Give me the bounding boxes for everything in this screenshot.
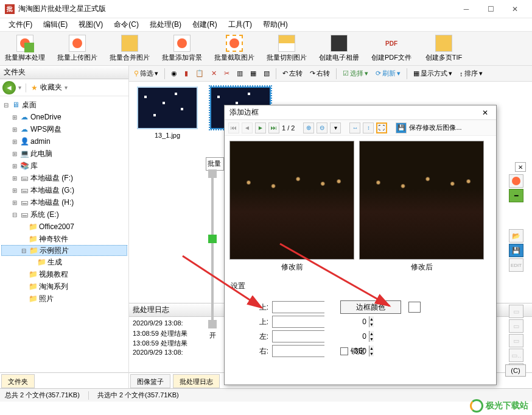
menu-command[interactable]: 命令(C) bbox=[109, 18, 144, 31]
tree-node[interactable]: ⊟🖥桌面 bbox=[1, 99, 127, 111]
left-input-field[interactable] bbox=[273, 331, 369, 342]
menu-edit[interactable]: 编辑(E) bbox=[38, 18, 72, 31]
left-input[interactable]: ▲▼ bbox=[272, 330, 324, 342]
panel3-icon[interactable]: ▧ bbox=[261, 68, 272, 79]
right-icon-1[interactable] bbox=[509, 174, 523, 188]
tree-expander[interactable]: ⊞ bbox=[11, 163, 18, 169]
top-input[interactable]: ▲▼ bbox=[272, 301, 324, 313]
tree-node[interactable]: 📁Office2007 bbox=[1, 221, 127, 233]
right-icon-c[interactable]: ▭ bbox=[509, 334, 523, 347]
nav-back-button[interactable]: ◄ bbox=[2, 81, 16, 94]
tree-node[interactable]: ⊟🖴系统 (E:) bbox=[1, 208, 127, 221]
tree-expander[interactable]: ⊞ bbox=[11, 114, 18, 121]
border-color-swatch[interactable] bbox=[408, 302, 421, 313]
right-input[interactable]: ▲▼ bbox=[272, 345, 324, 357]
menu-tools[interactable]: 工具(T) bbox=[223, 18, 257, 31]
toolbar-create-pdf[interactable]: PDF创建PDF文件 bbox=[370, 35, 413, 62]
dlg-fit-height[interactable]: ↕ bbox=[363, 122, 374, 133]
menu-help[interactable]: 帮助(H) bbox=[258, 18, 293, 31]
hidden-button-c[interactable]: (C) bbox=[505, 364, 526, 377]
dlg-nav-prev[interactable]: ◄ bbox=[242, 122, 253, 133]
cut-icon[interactable]: ✂ bbox=[222, 68, 232, 79]
top2-input[interactable]: ▲▼ bbox=[272, 316, 324, 328]
nav-back-dropdown[interactable]: ▾ bbox=[18, 84, 21, 91]
right-icon-2[interactable]: ━ bbox=[509, 189, 523, 202]
panel1-icon[interactable]: ▥ bbox=[234, 68, 245, 79]
lock-checkbox[interactable] bbox=[340, 347, 348, 355]
border-color-button[interactable]: 边框颜色 bbox=[340, 300, 401, 314]
slider-top-handle[interactable] bbox=[208, 169, 217, 178]
tree-node[interactable]: ⊞☁OneDrive bbox=[1, 111, 127, 123]
hidden-panel-close[interactable]: ✕ bbox=[515, 162, 526, 172]
menu-create[interactable]: 创建(R) bbox=[187, 18, 222, 31]
delete-icon[interactable]: ✕ bbox=[209, 68, 219, 79]
dialog-close-button[interactable]: ✕ bbox=[479, 107, 491, 118]
toolbar-create-album[interactable]: 创建电子相册 bbox=[318, 35, 360, 62]
view-mode-button[interactable]: ▦ 显示方式 ▾ bbox=[411, 68, 455, 79]
tree-node[interactable]: ⊞👤admin bbox=[1, 135, 127, 147]
slider-bottom-handle[interactable] bbox=[208, 320, 217, 328]
tree-expander[interactable]: ⊞ bbox=[11, 126, 18, 133]
slider-thumb[interactable] bbox=[208, 235, 217, 243]
tree-node[interactable]: ⊟📁示例照片 bbox=[1, 245, 127, 256]
tree-node[interactable]: 📁照片 bbox=[1, 293, 127, 305]
tree-expander[interactable]: ⊟ bbox=[2, 102, 10, 108]
tree-node[interactable]: ⊞🖴本地磁盘 (H:) bbox=[1, 196, 127, 208]
maximize-button[interactable]: ☐ bbox=[478, 1, 503, 18]
sort-button[interactable]: ↕ 排序 ▾ bbox=[457, 68, 485, 79]
close-button[interactable]: ✕ bbox=[503, 1, 527, 18]
tree-expander[interactable]: ⊞ bbox=[11, 175, 18, 182]
panel2-icon[interactable]: ▦ bbox=[248, 68, 259, 79]
tree-expander[interactable]: ⊟ bbox=[11, 211, 18, 218]
right-icon-d[interactable]: ▭.. bbox=[509, 349, 523, 362]
folder-tree[interactable]: ⊟🖥桌面⊞☁OneDrive⊞☁WPS网盘⊞👤admin⊞💻此电脑⊞📚库⊞🖴本地… bbox=[0, 96, 128, 372]
filter-button[interactable]: ⚲筛选 ▾ bbox=[131, 68, 161, 79]
favorites-dropdown[interactable]: ▾ bbox=[65, 84, 68, 91]
dlg-fit-window[interactable]: ⛶ bbox=[376, 122, 387, 133]
right-icon-save[interactable]: 💾 bbox=[509, 244, 523, 257]
favorites-icon[interactable]: ★ bbox=[31, 83, 38, 92]
tab-batch-log[interactable]: 批处理日志 bbox=[173, 374, 220, 388]
spin-down[interactable]: ▼ bbox=[369, 322, 374, 327]
dlg-zoom-out[interactable]: ⊖ bbox=[317, 122, 327, 133]
toolbar-create-tif[interactable]: 创建多页TIF bbox=[422, 35, 465, 62]
tree-node[interactable]: ⊞📚库 bbox=[1, 160, 127, 172]
tree-node[interactable]: ⊞💻此电脑 bbox=[1, 147, 127, 160]
dlg-nav-last[interactable]: ⏭ bbox=[268, 122, 279, 133]
toolbar-batch-slice[interactable]: 批量切割图片 bbox=[265, 35, 308, 62]
dlg-fit-width[interactable]: ↔ bbox=[349, 122, 360, 133]
right-icon-edit[interactable]: EDIT bbox=[509, 258, 523, 272]
right-icon-b[interactable]: ▭ bbox=[509, 319, 523, 333]
dlg-nav-first[interactable]: ⏮ bbox=[228, 122, 239, 133]
rotate-right-button[interactable]: ↷ 右转 bbox=[307, 68, 332, 79]
tree-node[interactable]: ⊞☁WPS网盘 bbox=[1, 123, 127, 135]
toolbar-batch-add-bg[interactable]: 批量添加背景 bbox=[161, 35, 203, 62]
sidebar-tab-folder[interactable]: 文件夹 bbox=[1, 374, 35, 388]
tree-expander[interactable]: ⊞ bbox=[11, 187, 18, 194]
right-icon-a[interactable]: ▭ bbox=[509, 305, 523, 318]
thumbnail-image[interactable] bbox=[137, 87, 198, 129]
refresh-button[interactable]: ⟳ 刷新 ▾ bbox=[373, 68, 403, 79]
dlg-save-label[interactable]: 保存修改后图像... bbox=[409, 123, 461, 132]
tree-expander[interactable]: ⊟ bbox=[20, 247, 27, 254]
dlg-zoom-in[interactable]: ⊕ bbox=[303, 122, 314, 133]
tree-node[interactable]: 📁淘淘系列 bbox=[1, 280, 127, 293]
rotate-left-button[interactable]: ↶ 左转 bbox=[280, 68, 305, 79]
top2-input-field[interactable] bbox=[273, 316, 369, 327]
spin-up[interactable]: ▲ bbox=[369, 316, 374, 322]
right-icon-open[interactable]: 📂 bbox=[509, 229, 523, 243]
tab-image-basket[interactable]: 图像篮子 bbox=[130, 374, 170, 388]
toolbar-batch-merge[interactable]: 批量合并图片 bbox=[108, 35, 151, 62]
spin-up[interactable]: ▲ bbox=[369, 346, 374, 351]
toolbar-batch-script[interactable]: 批量脚本处理 bbox=[4, 35, 46, 62]
thumbnail-item[interactable]: 13_1.jpg bbox=[134, 87, 201, 139]
toolbar-batch-upload[interactable]: 批量上传图片 bbox=[56, 35, 99, 62]
toolbar-batch-crop[interactable]: 批量截取图片 bbox=[213, 35, 256, 62]
tag-icon[interactable]: ▮ bbox=[182, 68, 191, 79]
spin-down[interactable]: ▼ bbox=[369, 351, 374, 356]
tree-expander[interactable]: ⊞ bbox=[11, 199, 18, 206]
spin-down[interactable]: ▼ bbox=[369, 336, 374, 342]
spin-up[interactable]: ▲ bbox=[369, 331, 374, 336]
dlg-zoom-dropdown[interactable]: ▾ bbox=[330, 122, 341, 133]
tree-node[interactable]: ⊞🖴本地磁盘 (F:) bbox=[1, 172, 127, 184]
